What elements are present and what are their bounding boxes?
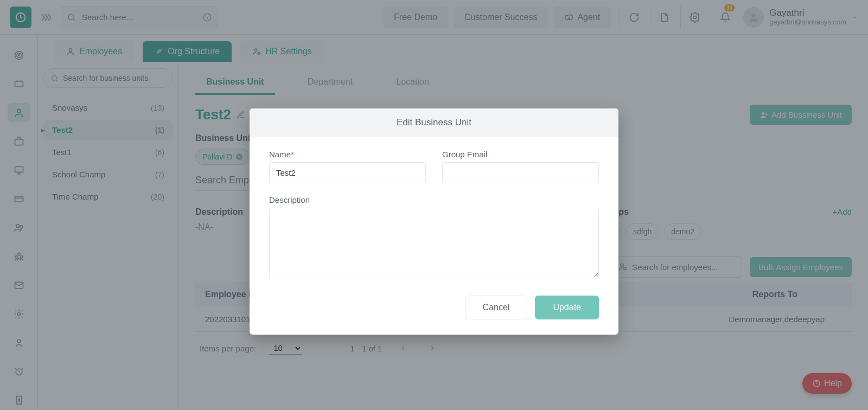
modal-description-label: Description [269,195,599,204]
group-email-label: Group Email [442,150,599,159]
name-label: Name* [269,150,426,159]
group-email-input[interactable] [442,162,599,183]
name-input[interactable] [269,162,426,183]
description-textarea[interactable] [269,208,599,278]
update-button[interactable]: Update [535,296,599,319]
modal-overlay[interactable]: Edit Business Unit Name* Group Email Des… [0,0,868,410]
cancel-button[interactable]: Cancel [465,296,528,319]
modal-title: Edit Business Unit [250,108,618,137]
edit-business-unit-modal: Edit Business Unit Name* Group Email Des… [250,108,618,335]
